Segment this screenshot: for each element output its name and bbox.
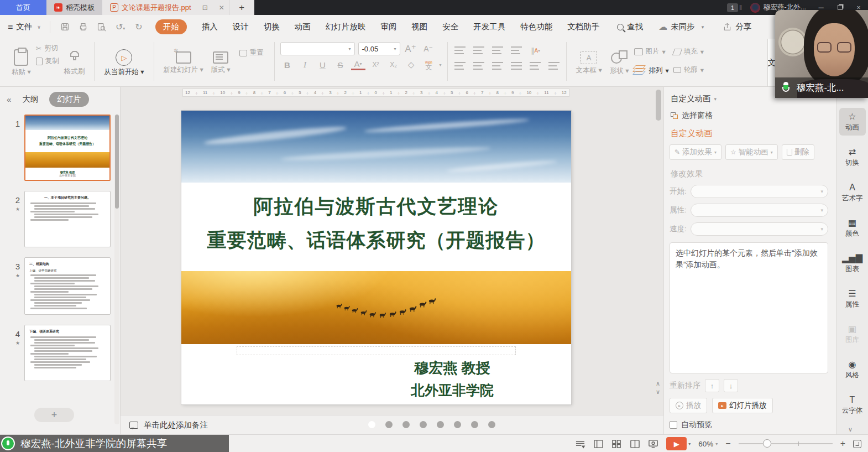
collapse-sidebar-icon[interactable]: « bbox=[7, 95, 11, 104]
move-down-button[interactable]: ↓ bbox=[724, 379, 738, 392]
font-size-combo[interactable]: -0.05▾ bbox=[358, 42, 400, 55]
redo-icon[interactable]: ↻ bbox=[135, 22, 142, 32]
tab-monitor-icon[interactable]: ⊡ bbox=[202, 4, 208, 12]
bold-button[interactable]: B bbox=[280, 59, 295, 71]
rail-item-gallery[interactable]: ▣图库 bbox=[839, 320, 866, 348]
shapes-button[interactable]: 形状 ▾ bbox=[606, 42, 633, 84]
slide-dot-7[interactable] bbox=[471, 421, 478, 428]
rail-item-wordart[interactable]: A艺术字 bbox=[839, 179, 866, 206]
notes-placeholder[interactable]: 单击此处添加备注 bbox=[144, 420, 208, 430]
smart-animation-button[interactable]: ☆智能动画▾ bbox=[725, 144, 778, 160]
slide-dot-2[interactable] bbox=[385, 421, 393, 428]
sync-status[interactable]: ☁ 未同步 ▾ bbox=[658, 22, 707, 32]
decrease-indent-icon[interactable] bbox=[491, 45, 504, 55]
add-effect-button[interactable]: ✎添加效果▾ bbox=[670, 144, 721, 160]
prev-slide-icon[interactable]: ∧ bbox=[653, 380, 663, 388]
zoom-level[interactable]: 60%▾ bbox=[698, 440, 718, 448]
rail-item-animation[interactable]: ☆动画 bbox=[839, 108, 866, 136]
menu-tab-10[interactable]: 开发工具 bbox=[473, 22, 505, 32]
slideshow-play-button[interactable]: ▸幻灯片播放 bbox=[712, 398, 773, 413]
textbox-button[interactable]: A 文本框 ▾ bbox=[572, 42, 606, 84]
rail-item-style[interactable]: ◉风格 bbox=[839, 356, 866, 383]
slideshow-play-button-statusbar[interactable]: ▶ bbox=[666, 437, 687, 450]
phonetic-guide-button[interactable]: wén文 bbox=[422, 59, 436, 71]
strikethrough-button[interactable]: S bbox=[333, 59, 348, 71]
video-call-overlay[interactable]: 穆宏燕-北... bbox=[775, 10, 868, 98]
auto-preview-checkbox[interactable]: 自动预览 bbox=[670, 420, 828, 430]
rail-item-transition[interactable]: ⇄切换 bbox=[839, 143, 866, 171]
text-tool-partial[interactable]: 文 bbox=[767, 39, 775, 86]
arrange-button[interactable]: 排列 ▾ bbox=[633, 64, 670, 77]
print-preview-icon[interactable] bbox=[97, 22, 106, 32]
play-button[interactable]: ▸播放 bbox=[670, 398, 707, 413]
rail-more-icon[interactable]: ∨ bbox=[848, 426, 853, 433]
align-left-icon[interactable] bbox=[453, 61, 467, 71]
align-center-icon[interactable] bbox=[472, 61, 485, 71]
slide-thumbnail-4[interactable]: 下编、话语体系研究 bbox=[24, 325, 111, 381]
align-right-icon[interactable] bbox=[491, 61, 504, 71]
tab-slides[interactable]: 幻灯片 bbox=[49, 92, 89, 107]
save-icon[interactable] bbox=[60, 22, 70, 32]
next-slide-icon[interactable]: ∨ bbox=[653, 388, 663, 396]
notes-toggle-icon[interactable] bbox=[575, 439, 585, 449]
sidebar-scrollbar[interactable] bbox=[114, 115, 119, 424]
print-icon[interactable] bbox=[79, 22, 88, 32]
font-color-button[interactable]: A▾ bbox=[351, 60, 365, 70]
notes-bar[interactable]: 单击此处添加备注 bbox=[121, 415, 663, 434]
prev-next-slide-buttons[interactable]: ∧∨ bbox=[653, 380, 663, 396]
cut-button[interactable]: ✂剪切 bbox=[35, 42, 59, 55]
increase-font-icon[interactable]: A⁺ bbox=[404, 43, 418, 55]
play-options-caret[interactable]: ▾ bbox=[688, 441, 691, 446]
rail-item-color[interactable]: ▦颜色 bbox=[839, 214, 866, 242]
menu-tab-11[interactable]: 特色功能 bbox=[520, 22, 552, 32]
layout-split-icon[interactable]: ‖ bbox=[739, 4, 742, 12]
start-select[interactable]: ▾ bbox=[691, 185, 828, 198]
add-slide-button[interactable]: + bbox=[34, 408, 74, 422]
undo-icon[interactable]: ↺▾ bbox=[116, 22, 125, 32]
user-avatar[interactable] bbox=[750, 3, 760, 13]
menu-tab-6[interactable]: 幻灯片放映 bbox=[326, 22, 366, 32]
tab-outline[interactable]: 大纲 bbox=[22, 94, 38, 105]
numbering-icon[interactable] bbox=[472, 45, 485, 55]
new-slide-button[interactable]: 新建幻灯片 ▾ bbox=[160, 42, 207, 84]
zoom-slider-knob[interactable] bbox=[763, 439, 771, 448]
reset-button[interactable]: 重置 bbox=[234, 42, 269, 84]
hamburger-icon[interactable]: ≡ bbox=[8, 22, 13, 32]
menu-tab-7[interactable]: 审阅 bbox=[380, 22, 396, 32]
slide-author[interactable]: 穆宏燕 教授 北外亚非学院 bbox=[364, 359, 541, 399]
fill-button[interactable]: 填充 ▾ bbox=[672, 45, 705, 58]
zoom-out-icon[interactable]: − bbox=[725, 439, 730, 449]
slide-dot-1[interactable] bbox=[368, 421, 375, 428]
font-name-combo[interactable]: ▾ bbox=[280, 42, 355, 55]
find-button[interactable]: 查找 bbox=[617, 22, 643, 32]
text-direction-icon[interactable]: ∥A▾ bbox=[529, 44, 543, 56]
superscript-button[interactable]: X² bbox=[369, 59, 383, 71]
slide-dot-4[interactable] bbox=[420, 421, 427, 428]
bullets-icon[interactable] bbox=[453, 45, 467, 55]
speed-select[interactable]: ▾ bbox=[691, 222, 828, 236]
notification-badge[interactable]: 1 bbox=[727, 3, 738, 12]
slide-thumbnail-1[interactable]: 阿拉伯与波斯古代文艺理论重要范畴、话语体系研究（开题报告）穆宏燕 教授北外亚非学… bbox=[24, 115, 111, 181]
tab-home[interactable]: 首页 bbox=[0, 0, 46, 15]
normal-view-icon[interactable] bbox=[593, 439, 604, 449]
picture-button[interactable]: 图片 ▾ bbox=[633, 45, 667, 58]
layout-button[interactable]: 版式 ▾ bbox=[207, 42, 234, 84]
underline-button[interactable]: U bbox=[316, 59, 330, 71]
slide-canvas[interactable]: 阿拉伯与波斯古代文艺理论 重要范畴、话语体系研究（开题报告） 穆宏燕 教授 北外… bbox=[181, 111, 571, 404]
file-menu[interactable]: 文件 bbox=[16, 22, 32, 32]
copy-button[interactable]: 复制 bbox=[35, 55, 60, 67]
clear-format-icon[interactable]: ◇ bbox=[404, 59, 419, 71]
move-up-button[interactable]: ↑ bbox=[705, 379, 719, 392]
tab-close-icon[interactable]: ✕ bbox=[219, 4, 224, 12]
slideshow-view-icon[interactable] bbox=[648, 439, 658, 449]
zoom-slider[interactable] bbox=[739, 443, 833, 444]
slide-thumbnail-2[interactable]: 一、本子项目研究的主要问题。 bbox=[24, 191, 111, 247]
paste-button[interactable]: 粘贴 ▾ bbox=[8, 42, 35, 84]
distribute-icon[interactable] bbox=[529, 61, 542, 71]
new-tab-button[interactable]: + bbox=[229, 0, 254, 15]
zoom-in-icon[interactable]: + bbox=[840, 439, 845, 449]
italic-button[interactable]: I bbox=[298, 59, 312, 71]
share-button[interactable]: 分享 bbox=[723, 22, 751, 32]
play-from-current-button[interactable]: ▷ 从当前开始 ▾ bbox=[100, 42, 148, 84]
slide-thumbnail-3[interactable]: 二、框架结构上编、诗学范畴研究 bbox=[24, 257, 111, 315]
